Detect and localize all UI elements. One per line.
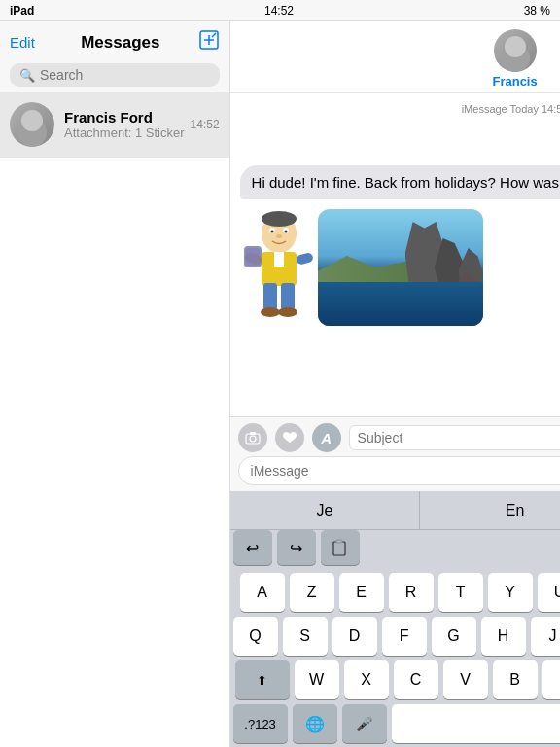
svg-rect-18 xyxy=(296,252,314,266)
key-T[interactable]: T xyxy=(438,573,483,612)
key-N[interactable]: N xyxy=(542,660,560,699)
status-battery: 38 % xyxy=(524,4,550,18)
key-row-4: .?123 🌐 🎤 .?123 ✏ xyxy=(233,704,560,743)
svg-point-5 xyxy=(262,211,297,227)
key-B[interactable]: B xyxy=(493,660,538,699)
search-bar[interactable]: 🔍 xyxy=(10,63,220,87)
key-G[interactable]: G xyxy=(432,617,476,656)
svg-rect-14 xyxy=(281,283,295,310)
imessage-label: iMessage Today 14:50 xyxy=(240,103,560,115)
avatar xyxy=(10,102,54,147)
camera-button[interactable] xyxy=(238,423,267,452)
keyboard: Je En Bonjour ↩ ↪ A xyxy=(230,491,560,747)
status-carrier: iPad xyxy=(10,4,34,18)
key-row-2: Q S D F G H J K L M retour xyxy=(233,617,560,656)
input-icons: A xyxy=(238,423,341,452)
conv-name: Francis Ford xyxy=(64,109,185,125)
svg-rect-24 xyxy=(333,542,345,555)
undo-button[interactable]: ↩ xyxy=(233,530,272,565)
key-row-1: A Z E R T Y U I O P ⌫ xyxy=(233,573,560,612)
landscape-photo xyxy=(318,209,483,326)
svg-rect-25 xyxy=(336,540,342,543)
key-E[interactable]: E xyxy=(339,573,384,612)
key-rows: A Z E R T Y U I O P ⌫ Q S D F xyxy=(230,567,560,747)
input-area: A 🎤 xyxy=(230,416,560,491)
status-time: 14:52 xyxy=(264,4,294,18)
redo-button[interactable]: ↪ xyxy=(277,530,316,565)
svg-point-8 xyxy=(270,231,273,233)
sidebar: Edit Messages 🔍 Francis For xyxy=(0,21,230,747)
key-A[interactable]: A xyxy=(240,573,285,612)
bubble-received-1: Hi dude! I'm fine. Back from holidays? H… xyxy=(240,165,560,200)
conversation-list: Francis Ford Attachment: 1 Sticker 14:52 xyxy=(0,92,229,747)
sticker-image-row xyxy=(240,205,560,330)
svg-point-15 xyxy=(261,307,280,317)
key-X[interactable]: X xyxy=(344,660,389,699)
key-mic[interactable]: 🎤 xyxy=(342,704,387,743)
main-area: Edit Messages 🔍 Francis For xyxy=(0,21,560,747)
autocomplete-row: Je En Bonjour xyxy=(230,491,560,530)
key-Z[interactable]: Z xyxy=(290,573,334,612)
message-row-sent-1: Hey! How are you? xyxy=(240,124,560,160)
key-U[interactable]: U xyxy=(538,573,560,612)
avatar-face xyxy=(10,102,54,147)
heart-button[interactable] xyxy=(275,423,304,452)
key-Y[interactable]: Y xyxy=(488,573,533,612)
status-bar: iPad 14:52 38 % xyxy=(0,0,560,21)
key-F[interactable]: F xyxy=(382,617,427,656)
compose-button[interactable] xyxy=(196,29,220,55)
search-input[interactable] xyxy=(40,67,210,83)
svg-rect-12 xyxy=(274,252,284,267)
chat-contact-avatar xyxy=(494,29,537,72)
search-icon: 🔍 xyxy=(19,68,35,83)
autocomplete-je[interactable]: Je xyxy=(230,491,421,529)
svg-line-3 xyxy=(212,33,216,37)
key-Q[interactable]: Q xyxy=(233,617,278,656)
input-top-row: A xyxy=(238,423,560,452)
key-J[interactable]: J xyxy=(531,617,560,656)
imessage-row: 🎤 xyxy=(238,456,560,485)
clipboard-button[interactable] xyxy=(321,530,360,565)
subject-input[interactable] xyxy=(349,425,560,450)
photo-sea xyxy=(318,282,483,326)
svg-rect-13 xyxy=(263,283,277,310)
autocomplete-en[interactable]: En xyxy=(420,491,560,529)
undo-redo-row: ↩ ↪ xyxy=(230,530,560,565)
svg-point-10 xyxy=(276,234,282,238)
message-row-received-1: Hi dude! I'm fine. Back from holidays? H… xyxy=(240,165,560,200)
key-row-3: ⬆ W X C V B N ' ? ' ⬆ xyxy=(233,660,560,699)
key-space[interactable] xyxy=(392,704,560,743)
chat-contact-name: Francis xyxy=(492,74,537,89)
svg-point-9 xyxy=(284,231,287,233)
key-R[interactable]: R xyxy=(389,573,434,612)
key-C[interactable]: C xyxy=(394,660,438,699)
appstore-button[interactable]: A xyxy=(312,423,341,452)
message-row-sent-2: Awesome! xyxy=(240,336,560,371)
conv-preview: Attachment: 1 Sticker xyxy=(64,125,185,140)
conv-time: 14:52 xyxy=(191,118,220,131)
svg-rect-20 xyxy=(246,248,260,266)
key-V[interactable]: V xyxy=(443,660,488,699)
svg-point-16 xyxy=(278,307,298,317)
imessage-input[interactable] xyxy=(238,456,560,485)
conversation-item[interactable]: Francis Ford Attachment: 1 Sticker 14:52 xyxy=(0,92,229,158)
key-num[interactable]: .?123 xyxy=(233,704,288,743)
read-label: Read 14:51 xyxy=(240,378,560,390)
chat-area: Francis i iMessage Today 14:50 Hey! How … xyxy=(230,21,560,747)
key-H[interactable]: H xyxy=(481,617,526,656)
svg-rect-23 xyxy=(250,432,256,435)
key-globe[interactable]: 🌐 xyxy=(293,704,337,743)
edit-button[interactable]: Edit xyxy=(10,34,45,51)
messages-container: iMessage Today 14:50 Hey! How are you? H… xyxy=(230,93,560,416)
sticker xyxy=(240,209,318,326)
key-W[interactable]: W xyxy=(295,660,339,699)
conv-info: Francis Ford Attachment: 1 Sticker xyxy=(64,109,185,140)
key-shift[interactable]: ⬆ xyxy=(235,660,290,699)
key-D[interactable]: D xyxy=(332,617,377,656)
svg-point-22 xyxy=(250,436,256,442)
key-S[interactable]: S xyxy=(283,617,328,656)
sidebar-header: Edit Messages xyxy=(0,21,229,59)
chat-header: Francis i xyxy=(230,21,560,93)
sidebar-title: Messages xyxy=(45,33,196,53)
